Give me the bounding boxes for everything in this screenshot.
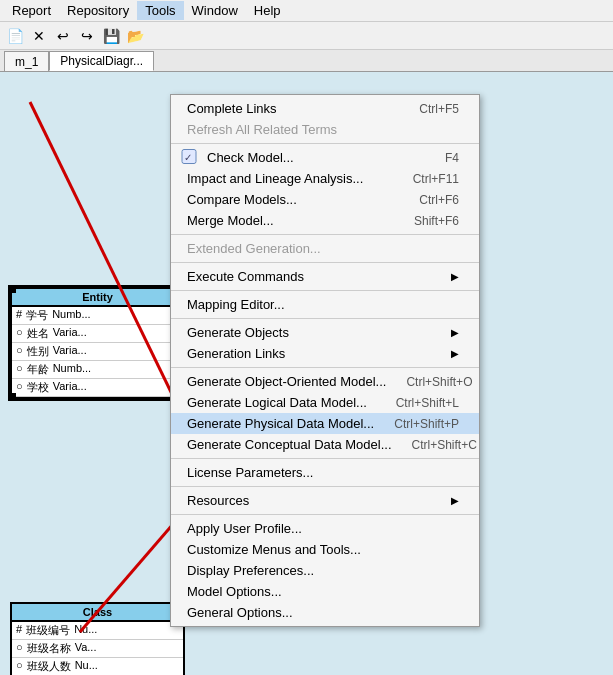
table-row: # 班级编号 Nu... (12, 622, 183, 640)
menubar-window[interactable]: Window (184, 1, 246, 20)
diagram-table-class[interactable]: Class # 班级编号 Nu... ○ 班级名称 Va... ○ 班级人数 N… (10, 602, 185, 675)
menu-complete-links[interactable]: Complete Links Ctrl+F5 (171, 98, 479, 119)
separator-1 (171, 143, 479, 144)
table-row: ○ 学校 Varia... (12, 379, 183, 397)
open-button[interactable]: 📂 (124, 25, 146, 47)
menubar-help[interactable]: Help (246, 1, 289, 20)
menu-generate-logical-model[interactable]: Generate Logical Data Model... Ctrl+Shif… (171, 392, 479, 413)
separator-6 (171, 367, 479, 368)
table-row: ○ 年龄 Numb... (12, 361, 183, 379)
menu-display-preferences[interactable]: Display Preferences... (171, 560, 479, 581)
separator-8 (171, 486, 479, 487)
table-row: ○ 班级名称 Va... (12, 640, 183, 658)
table1-header: Entity (12, 289, 183, 307)
table2-header: Class (12, 604, 183, 622)
separator-4 (171, 290, 479, 291)
handle-tl[interactable] (8, 285, 16, 293)
svg-text:✓: ✓ (184, 151, 192, 162)
menu-customize-menus-tools[interactable]: Customize Menus and Tools... (171, 539, 479, 560)
menu-resources[interactable]: Resources ▶ (171, 490, 479, 511)
tab-m1[interactable]: m_1 (4, 51, 49, 71)
separator-3 (171, 262, 479, 263)
diagram-table-entity[interactable]: Entity # 学号 Numb... ○ 姓名 Varia... ○ 性别 V… (10, 287, 185, 399)
tools-menu-panel: Complete Links Ctrl+F5 Refresh All Relat… (170, 94, 480, 627)
close-button[interactable]: ✕ (28, 25, 50, 47)
separator-7 (171, 458, 479, 459)
table-row: ○ 班级人数 Nu... (12, 658, 183, 675)
menubar: Report Repository Tools Window Help (0, 0, 613, 22)
separator-2 (171, 234, 479, 235)
check-model-icon: ✓ (181, 148, 197, 167)
redo-button[interactable]: ↪ (76, 25, 98, 47)
new-button[interactable]: 📄 (4, 25, 26, 47)
menu-extended-generation: Extended Generation... (171, 238, 479, 259)
tabbar: m_1 PhysicalDiagr... (0, 50, 613, 72)
table-row: ○ 性别 Varia... (12, 343, 183, 361)
menu-generate-objects[interactable]: Generate Objects ▶ (171, 322, 479, 343)
menubar-tools[interactable]: Tools (137, 1, 183, 20)
menu-model-options[interactable]: Model Options... (171, 581, 479, 602)
save-button[interactable]: 💾 (100, 25, 122, 47)
menubar-repository[interactable]: Repository (59, 1, 137, 20)
undo-button[interactable]: ↩ (52, 25, 74, 47)
table-row: ○ 姓名 Varia... (12, 325, 183, 343)
handle-bl[interactable] (8, 393, 16, 401)
menu-generation-links[interactable]: Generation Links ▶ (171, 343, 479, 364)
menu-general-options[interactable]: General Options... (171, 602, 479, 623)
menu-impact-lineage[interactable]: Impact and Lineage Analysis... Ctrl+F11 (171, 168, 479, 189)
menu-check-model[interactable]: ✓ Check Model... F4 (171, 147, 479, 168)
separator-9 (171, 514, 479, 515)
table-row: # 学号 Numb... (12, 307, 183, 325)
menu-generate-conceptual-model[interactable]: Generate Conceptual Data Model... Ctrl+S… (171, 434, 479, 455)
menu-license-parameters[interactable]: License Parameters... (171, 462, 479, 483)
menu-generate-oo-model[interactable]: Generate Object-Oriented Model... Ctrl+S… (171, 371, 479, 392)
tab-physicaldiagram[interactable]: PhysicalDiagr... (49, 51, 154, 71)
menu-execute-commands[interactable]: Execute Commands ▶ (171, 266, 479, 287)
menu-compare-models[interactable]: Compare Models... Ctrl+F6 (171, 189, 479, 210)
menu-apply-user-profile[interactable]: Apply User Profile... (171, 518, 479, 539)
menubar-report[interactable]: Report (4, 1, 59, 20)
toolbar: 📄 ✕ ↩ ↪ 💾 📂 (0, 22, 613, 50)
menu-generate-physical-model[interactable]: Generate Physical Data Model... Ctrl+Shi… (171, 413, 479, 434)
main-area: Entity # 学号 Numb... ○ 姓名 Varia... ○ 性别 V… (0, 72, 613, 675)
menu-refresh-related-terms: Refresh All Related Terms (171, 119, 479, 140)
menu-mapping-editor[interactable]: Mapping Editor... (171, 294, 479, 315)
menu-merge-model[interactable]: Merge Model... Shift+F6 (171, 210, 479, 231)
separator-5 (171, 318, 479, 319)
